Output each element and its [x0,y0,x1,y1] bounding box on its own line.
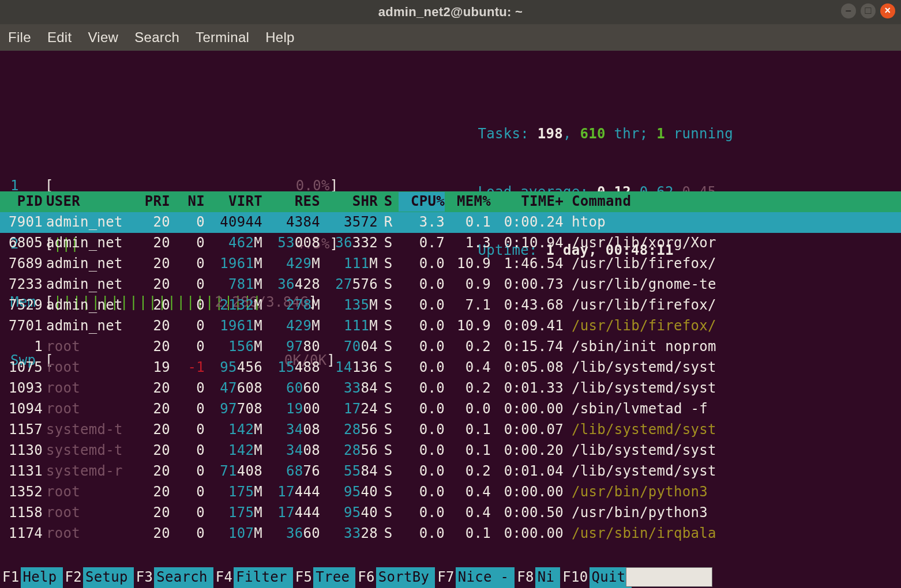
menu-search[interactable]: Search [134,28,179,47]
fkey-f5[interactable]: F5Tree [293,567,356,588]
cell-pri: 20 [136,483,170,502]
fkey-f4[interactable]: F4Filter [213,567,293,588]
cell-cpu: 0.0 [399,399,445,419]
cell-time: 0:10.94 [491,233,572,253]
cell-res: 17444 [262,483,320,502]
table-row[interactable]: 1131systemd-r2007140868765584S0.00.20:01… [0,461,901,482]
cell-pid: 1158 [6,503,46,523]
header-mem[interactable]: MEM% [445,192,491,212]
cell-shr: 9540 [320,503,378,523]
header-cmd[interactable]: Command [572,192,901,212]
table-row[interactable]: 6805admin_net200462M5300836332S0.71.30:1… [0,233,901,254]
cell-pid: 7233 [6,275,46,295]
cell-shr: 2856 [320,441,378,461]
header-ni[interactable]: NI [170,192,205,212]
cell-time: 0:43.68 [491,296,572,315]
cell-command: /usr/bin/python3 [572,503,901,523]
header-virt[interactable]: VIRT [205,192,262,212]
menu-help[interactable]: Help [265,28,295,47]
menu-edit[interactable]: Edit [47,28,72,47]
header-shr[interactable]: SHR [320,192,378,212]
header-res[interactable]: RES [262,192,320,212]
cell-virt: 47608 [205,379,262,398]
fkey-label: Filter [234,567,293,588]
close-button[interactable]: × [880,3,895,18]
process-rows: 7901admin_net2004094443843572R3.30.10:00… [0,212,901,544]
table-row[interactable]: 1094root2009770819001724S0.00.00:00.00/s… [0,399,901,420]
cell-command: /lib/systemd/syst [572,462,901,481]
header-pid[interactable]: PID [6,192,46,212]
table-row[interactable]: 1174root200107M36603328S0.00.10:00.00/us… [0,523,901,544]
header-time[interactable]: TIME+ [491,192,572,212]
fkey-f7[interactable]: F7Nice - [435,567,515,588]
menu-view[interactable]: View [88,28,118,47]
cell-mem: 10.9 [445,316,491,336]
cell-command: /usr/sbin/irqbala [572,524,901,544]
minimize-button[interactable]: – [841,3,856,18]
cell-state: S [378,462,399,481]
cell-state: S [378,358,399,378]
fkey-f2[interactable]: F2Setup [63,567,134,588]
cell-mem: 0.1 [445,213,491,232]
cell-pri: 20 [136,233,170,253]
table-row[interactable]: 7901admin_net2004094443843572R3.30.10:00… [0,212,901,233]
table-row[interactable]: 1093root2004760860603384S0.00.20:01.33/l… [0,378,901,399]
cell-pid: 1130 [6,441,46,461]
header-cpu[interactable]: CPU% [399,192,445,212]
process-table: PID USER PRI NI VIRT RES SHR S CPU% MEM%… [0,191,901,544]
cell-time: 0:00.20 [491,441,572,461]
table-row[interactable]: 1root200156M97807004S0.00.20:15.74/sbin/… [0,337,901,357]
cell-state: S [378,483,399,502]
cell-time: 0:15.74 [491,337,572,357]
cell-user: root [46,483,136,502]
cell-user: root [46,379,136,398]
cell-user: admin_net [46,254,136,274]
fkey-f8[interactable]: F8Ni [515,567,560,588]
cell-state: S [378,296,399,315]
fkey-label: Tree [313,567,355,588]
header-pri[interactable]: PRI [136,192,170,212]
cell-ni: 0 [170,316,205,336]
maximize-button[interactable]: □ [861,3,876,18]
cell-res: 17444 [262,503,320,523]
cell-state: S [378,254,399,274]
cell-user: systemd-t [46,441,136,461]
table-row[interactable]: 7233admin_net200781M3642827576S0.00.90:0… [0,274,901,295]
fkey-key: F6 [355,568,376,587]
table-row[interactable]: 1157systemd-t200142M34082856S0.00.10:00.… [0,420,901,440]
table-row[interactable]: 1352root200175M174449540S0.00.40:00.00/u… [0,482,901,503]
cell-shr: 3384 [320,379,378,398]
header-user[interactable]: USER [46,192,136,212]
cell-mem: 0.4 [445,503,491,523]
table-row[interactable]: 1075root19-1954561548814136S0.00.40:05.0… [0,357,901,378]
menubar: File Edit View Search Terminal Help [0,24,901,51]
fkey-f1[interactable]: F1Help [0,567,63,588]
cell-res: 278M [262,296,320,315]
cell-state: S [378,524,399,544]
process-table-header[interactable]: PID USER PRI NI VIRT RES SHR S CPU% MEM%… [0,191,901,212]
table-row[interactable]: 7701admin_net2001961M429M111MS0.010.90:0… [0,316,901,337]
cell-virt: 142M [205,420,262,440]
cell-pri: 20 [136,254,170,274]
fkey-f10[interactable]: F10Quit [560,567,631,588]
fkey-f3[interactable]: F3Search [134,567,213,588]
cell-virt: 462M [205,233,262,253]
cell-virt: 781M [205,275,262,295]
header-s[interactable]: S [378,192,399,212]
cell-shr: 7004 [320,337,378,357]
cell-res: 3408 [262,420,320,440]
fkey-label: Search [154,567,213,588]
menu-file[interactable]: File [8,28,31,47]
menu-terminal[interactable]: Terminal [196,28,249,47]
cell-mem: 10.9 [445,254,491,274]
cell-time: 0:00.00 [491,524,572,544]
table-row[interactable]: 1130systemd-t200142M34082856S0.00.10:00.… [0,440,901,461]
table-row[interactable]: 7689admin_net2001961M429M111MS0.010.91:4… [0,254,901,274]
table-row[interactable]: 1158root200175M174449540S0.00.40:00.50/u… [0,503,901,523]
table-row[interactable]: 7529admin_net2002132M278M135MS0.07.10:43… [0,295,901,316]
cell-shr: 111M [320,254,378,274]
cell-mem: 0.0 [445,399,491,419]
fkey-f6[interactable]: F6SortBy [355,567,435,588]
cell-state: S [378,399,399,419]
cell-user: admin_net [46,213,136,232]
